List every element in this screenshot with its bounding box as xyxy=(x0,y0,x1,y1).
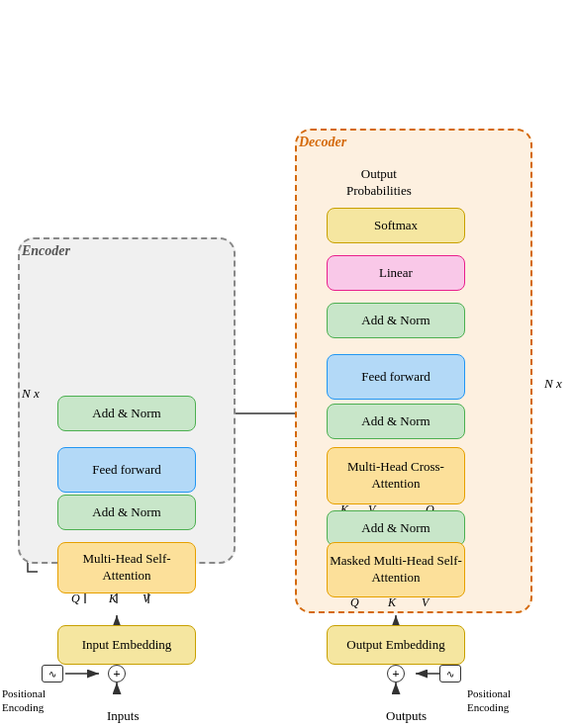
encoder-feed-forward: Feed forward xyxy=(57,447,196,493)
encoder-add-norm-top: Add & Norm xyxy=(57,396,196,431)
decoder-v-label2: V xyxy=(422,595,429,610)
decoder-linear: Linear xyxy=(327,255,465,291)
decoder-pos-enc-symbol: ∿ xyxy=(439,665,461,682)
diagram: Encoder N x Add & Norm Feed forward Add … xyxy=(0,0,574,728)
decoder-output-embedding: Output Embedding xyxy=(327,625,465,665)
decoder-softmax: Softmax xyxy=(327,208,465,243)
decoder-cross-attention: Multi-Head Cross-Attention xyxy=(327,447,465,504)
decoder-positional-encoding-label: PositionalEncoding xyxy=(467,686,511,715)
decoder-output-prob-label: OutputProbabilities xyxy=(346,166,412,200)
decoder-k-label2: K xyxy=(388,595,396,610)
encoder-nx-label: N x xyxy=(22,386,40,402)
encoder-multi-head-self-attention: Multi-Head Self-Attention xyxy=(57,542,196,593)
encoder-input-embedding: Input Embedding xyxy=(57,625,196,665)
decoder-add-norm-mid: Add & Norm xyxy=(327,404,465,439)
encoder-inputs-label: Inputs xyxy=(107,708,140,724)
decoder-add-norm-top: Add & Norm xyxy=(327,303,465,338)
decoder-plus-circle: + xyxy=(387,665,405,682)
decoder-feed-forward: Feed forward xyxy=(327,354,465,400)
decoder-label: Decoder xyxy=(299,135,346,150)
decoder-add-norm-bottom: Add & Norm xyxy=(327,510,465,546)
encoder-add-norm-bottom: Add & Norm xyxy=(57,495,196,530)
encoder-q-label: Q xyxy=(71,592,80,606)
decoder-masked-multi-head: Masked Multi-Head Self-Attention xyxy=(327,542,465,597)
decoder-nx-label: N x xyxy=(544,376,562,392)
decoder-q-label: Q xyxy=(350,595,359,610)
encoder-pos-enc-symbol: ∿ xyxy=(42,665,63,682)
encoder-positional-encoding-label: PositionalEncoding xyxy=(2,686,46,715)
encoder-plus-circle: + xyxy=(108,665,126,682)
decoder-outputs-label: Outputs xyxy=(386,708,427,724)
encoder-label: Encoder xyxy=(22,243,70,259)
encoder-v-label: V xyxy=(143,592,149,606)
encoder-k-label: K xyxy=(109,592,117,606)
